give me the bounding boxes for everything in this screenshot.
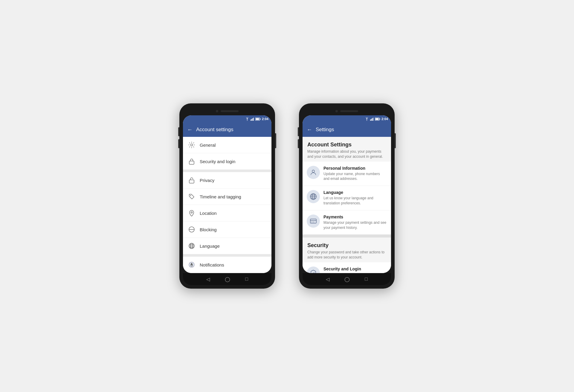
back-button-1[interactable]: ← [187,127,193,133]
svg-point-35 [312,170,315,172]
settings-detail: Account Settings Manage information abou… [303,137,391,273]
phone-bottom-bar-2: ◁ ◯ □ [303,273,391,285]
phone-top-bar-2 [303,107,391,115]
home-nav-icon-2[interactable]: ◯ [344,276,350,282]
security-section-desc: Change your password and take other acti… [307,250,386,260]
menu-label-location: Location [200,211,217,216]
menu-item-blocking[interactable]: Blocking [183,221,271,238]
speaker-2 [340,110,358,112]
detail-item-security-login[interactable]: Security and Login Change your password … [303,262,391,273]
security-login-detail-label: Security and Login [323,267,387,271]
svg-rect-31 [373,118,373,121]
security-login-detail-text: Security and Login Change your password … [323,267,387,273]
payments-detail-text: Payments Manage your payment settings an… [323,215,387,230]
menu-item-location[interactable]: Location [183,205,271,221]
menu-label-general: General [200,143,216,148]
svg-rect-2 [251,119,252,121]
account-detail-card: Personal Information Update your name, p… [303,162,391,235]
svg-point-21 [191,263,192,264]
svg-rect-3 [252,118,253,121]
security-section-header: Security Change your password and take o… [303,238,391,262]
recents-nav-icon-2[interactable]: □ [365,276,368,282]
phone-1: 2:04 ← Account settings General [179,103,275,289]
screen-title-1: Account settings [196,127,233,133]
svg-rect-9 [189,161,194,164]
battery-icon [255,117,261,121]
recents-nav-icon-1[interactable]: □ [245,276,248,282]
globe-detail-icon [307,190,320,203]
payments-detail-label: Payments [323,215,387,219]
menu-item-language[interactable]: Language [183,238,271,254]
divider-1 [183,170,271,172]
phone-screen-1: 2:04 ← Account settings General [183,115,271,273]
tag-icon [188,193,196,200]
menu-label-notifications: Notifications [200,262,224,267]
personal-info-text: Personal Information Update your name, p… [323,166,387,182]
language-detail-desc: Let us know your language and translatio… [323,196,387,206]
settings-list: General Security and login [183,137,271,273]
account-section-header: Account Settings Manage information abou… [303,137,391,162]
phone-bottom-bar-1: ◁ ◯ □ [183,273,271,285]
svg-point-27 [367,120,367,121]
menu-item-privacy[interactable]: Privacy [183,172,271,189]
time-display-1: 2:04 [262,117,268,121]
speaker [221,110,239,112]
time-display-2: 2:04 [381,117,388,121]
divider-2 [183,254,271,257]
camera [216,110,218,112]
back-nav-icon-1[interactable]: ◁ [206,276,210,282]
section-divider [303,235,391,238]
security-section-title: Security [307,242,386,249]
menu-label-security: Security and login [200,159,235,164]
globe-icon [188,242,196,250]
svg-point-12 [191,212,193,213]
svg-rect-28 [370,120,371,121]
security-detail-card: Security and Login Change your password … [303,262,391,273]
phone-top-bar [183,107,271,115]
status-icons-2: 2:04 [365,117,388,121]
menu-item-security[interactable]: Security and login [183,153,271,170]
wifi-icon [245,117,249,121]
screen-title-2: Settings [316,127,334,133]
signal-icon [251,117,254,121]
camera-2 [335,110,338,112]
svg-rect-30 [372,118,373,121]
status-bar-1: 2:04 [183,115,271,122]
menu-label-timeline: Timeline and tagging [200,194,241,199]
menu-item-timeline[interactable]: Timeline and tagging [183,189,271,205]
person-icon [307,166,320,179]
detail-item-personal[interactable]: Personal Information Update your name, p… [303,162,391,186]
svg-rect-33 [379,118,380,120]
svg-rect-1 [251,120,251,121]
wifi-icon-2 [365,117,369,121]
volume-up-button-2 [298,127,299,136]
payments-detail-desc: Manage your payment settings and see you… [323,220,387,230]
menu-label-blocking: Blocking [200,227,217,232]
detail-item-language[interactable]: Language Let us know your language and t… [303,186,391,210]
personal-info-desc: Update your name, phone numbers and emai… [323,172,387,182]
menu-item-general[interactable]: General [183,137,271,153]
personal-info-label: Personal Information [323,166,387,171]
shield-icon [307,267,320,273]
gear-icon [188,141,196,149]
volume-down-button [178,139,179,148]
location-icon [188,209,196,217]
home-nav-icon-1[interactable]: ◯ [225,276,230,282]
lock-icon [188,157,196,165]
svg-rect-10 [189,180,194,183]
signal-icon-2 [370,117,374,121]
back-nav-icon-2[interactable]: ◁ [326,276,329,282]
menu-item-notifications[interactable]: Notifications [183,257,271,273]
blocking-icon [188,226,196,233]
back-button-2[interactable]: ← [307,127,312,133]
account-section-title: Account Settings [307,142,386,148]
detail-item-payments[interactable]: Payments Manage your payment settings an… [303,210,391,235]
battery-icon-2 [375,117,380,121]
menu-label-language: Language [200,244,220,249]
svg-rect-6 [260,118,260,120]
payments-icon [307,215,320,228]
svg-rect-29 [371,119,372,121]
status-icons-1: 2:04 [245,117,268,121]
volume-up-button [178,127,179,136]
svg-point-11 [190,195,191,196]
